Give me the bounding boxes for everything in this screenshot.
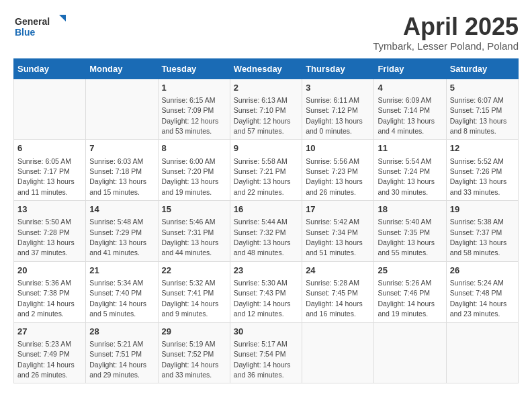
day-info: Sunrise: 5:30 AM Sunset: 7:43 PM Dayligh… xyxy=(234,279,291,318)
day-number: 8 xyxy=(162,142,226,154)
day-info: Sunrise: 5:58 AM Sunset: 7:21 PM Dayligh… xyxy=(234,157,291,196)
calendar-week-3: 13Sunrise: 5:50 AM Sunset: 7:28 PM Dayli… xyxy=(14,201,519,262)
day-number: 11 xyxy=(378,142,442,154)
calendar-cell: 2Sunrise: 6:13 AM Sunset: 7:10 PM Daylig… xyxy=(230,79,302,140)
day-number: 30 xyxy=(234,326,298,338)
day-info: Sunrise: 5:50 AM Sunset: 7:28 PM Dayligh… xyxy=(17,218,75,257)
day-number: 19 xyxy=(450,203,515,216)
column-header-wednesday: Wednesday xyxy=(230,58,302,79)
day-number: 28 xyxy=(89,326,154,338)
calendar-cell: 7Sunrise: 6:03 AM Sunset: 7:18 PM Daylig… xyxy=(86,140,158,201)
day-number: 22 xyxy=(162,265,226,277)
calendar-cell: 21Sunrise: 5:34 AM Sunset: 7:40 PM Dayli… xyxy=(86,261,158,322)
calendar-cell: 12Sunrise: 5:52 AM Sunset: 7:26 PM Dayli… xyxy=(446,140,518,201)
calendar-cell: 8Sunrise: 6:00 AM Sunset: 7:20 PM Daylig… xyxy=(158,140,230,201)
title-area: April 2025 Tymbark, Lesser Poland, Polan… xyxy=(373,13,519,52)
day-number: 6 xyxy=(17,142,82,154)
day-info: Sunrise: 5:48 AM Sunset: 7:29 PM Dayligh… xyxy=(89,218,146,257)
day-info: Sunrise: 5:19 AM Sunset: 7:52 PM Dayligh… xyxy=(162,340,219,379)
day-number: 16 xyxy=(234,203,298,216)
logo: General Blue xyxy=(13,13,67,40)
calendar-cell: 4Sunrise: 6:09 AM Sunset: 7:14 PM Daylig… xyxy=(374,79,446,140)
calendar-cell: 25Sunrise: 5:26 AM Sunset: 7:46 PM Dayli… xyxy=(374,261,446,322)
calendar-cell xyxy=(374,322,446,383)
day-info: Sunrise: 5:46 AM Sunset: 7:31 PM Dayligh… xyxy=(162,218,219,257)
calendar-table: SundayMondayTuesdayWednesdayThursdayFrid… xyxy=(13,58,519,384)
day-number: 7 xyxy=(89,142,154,154)
calendar-cell: 6Sunrise: 6:05 AM Sunset: 7:17 PM Daylig… xyxy=(14,140,86,201)
day-number: 29 xyxy=(162,326,226,338)
svg-text:General: General xyxy=(15,16,50,27)
day-info: Sunrise: 5:52 AM Sunset: 7:26 PM Dayligh… xyxy=(450,157,507,196)
day-info: Sunrise: 6:11 AM Sunset: 7:12 PM Dayligh… xyxy=(306,96,363,135)
calendar-cell: 3Sunrise: 6:11 AM Sunset: 7:12 PM Daylig… xyxy=(302,79,374,140)
calendar-cell: 5Sunrise: 6:07 AM Sunset: 7:15 PM Daylig… xyxy=(446,79,518,140)
calendar-cell xyxy=(302,322,374,383)
column-header-friday: Friday xyxy=(374,58,446,79)
day-info: Sunrise: 5:38 AM Sunset: 7:37 PM Dayligh… xyxy=(450,218,507,257)
calendar-cell xyxy=(86,79,158,140)
day-number: 10 xyxy=(306,142,370,154)
day-info: Sunrise: 6:00 AM Sunset: 7:20 PM Dayligh… xyxy=(162,157,219,196)
day-info: Sunrise: 5:23 AM Sunset: 7:49 PM Dayligh… xyxy=(17,340,75,379)
calendar-cell: 13Sunrise: 5:50 AM Sunset: 7:28 PM Dayli… xyxy=(14,201,86,262)
day-info: Sunrise: 5:54 AM Sunset: 7:24 PM Dayligh… xyxy=(378,157,435,196)
calendar-cell: 19Sunrise: 5:38 AM Sunset: 7:37 PM Dayli… xyxy=(446,201,518,262)
calendar-cell: 24Sunrise: 5:28 AM Sunset: 7:45 PM Dayli… xyxy=(302,261,374,322)
day-number: 26 xyxy=(450,265,515,277)
page-subtitle: Tymbark, Lesser Poland, Poland xyxy=(373,40,519,52)
calendar-cell: 18Sunrise: 5:40 AM Sunset: 7:35 PM Dayli… xyxy=(374,201,446,262)
day-number: 17 xyxy=(306,203,370,216)
day-info: Sunrise: 6:09 AM Sunset: 7:14 PM Dayligh… xyxy=(378,96,435,135)
day-number: 25 xyxy=(378,265,442,277)
day-info: Sunrise: 6:05 AM Sunset: 7:17 PM Dayligh… xyxy=(17,157,75,196)
column-header-monday: Monday xyxy=(86,58,158,79)
page-title: April 2025 xyxy=(373,13,519,40)
calendar-cell: 20Sunrise: 5:36 AM Sunset: 7:38 PM Dayli… xyxy=(14,261,86,322)
column-header-saturday: Saturday xyxy=(446,58,518,79)
calendar-cell: 30Sunrise: 5:17 AM Sunset: 7:54 PM Dayli… xyxy=(230,322,302,383)
day-info: Sunrise: 5:17 AM Sunset: 7:54 PM Dayligh… xyxy=(234,340,291,379)
calendar-header-row: SundayMondayTuesdayWednesdayThursdayFrid… xyxy=(14,58,519,79)
day-number: 2 xyxy=(234,82,298,94)
day-info: Sunrise: 5:32 AM Sunset: 7:41 PM Dayligh… xyxy=(162,279,219,318)
day-info: Sunrise: 5:56 AM Sunset: 7:23 PM Dayligh… xyxy=(306,157,363,196)
day-number: 14 xyxy=(89,203,154,216)
calendar-cell: 15Sunrise: 5:46 AM Sunset: 7:31 PM Dayli… xyxy=(158,201,230,262)
column-header-tuesday: Tuesday xyxy=(158,58,230,79)
column-header-sunday: Sunday xyxy=(14,58,86,79)
calendar-week-2: 6Sunrise: 6:05 AM Sunset: 7:17 PM Daylig… xyxy=(14,140,519,201)
day-number: 23 xyxy=(234,265,298,277)
calendar-cell: 27Sunrise: 5:23 AM Sunset: 7:49 PM Dayli… xyxy=(14,322,86,383)
day-number: 13 xyxy=(17,203,82,216)
day-info: Sunrise: 6:07 AM Sunset: 7:15 PM Dayligh… xyxy=(450,96,507,135)
day-info: Sunrise: 5:28 AM Sunset: 7:45 PM Dayligh… xyxy=(306,279,363,318)
calendar-cell: 16Sunrise: 5:44 AM Sunset: 7:32 PM Dayli… xyxy=(230,201,302,262)
day-info: Sunrise: 5:34 AM Sunset: 7:40 PM Dayligh… xyxy=(89,279,146,318)
page-header: General Blue April 2025 Tymbark, Lesser … xyxy=(13,13,519,52)
day-info: Sunrise: 6:03 AM Sunset: 7:18 PM Dayligh… xyxy=(89,157,146,196)
calendar-cell: 28Sunrise: 5:21 AM Sunset: 7:51 PM Dayli… xyxy=(86,322,158,383)
day-number: 24 xyxy=(306,265,370,277)
day-number: 15 xyxy=(162,203,226,216)
day-info: Sunrise: 5:26 AM Sunset: 7:46 PM Dayligh… xyxy=(378,279,435,318)
day-number: 5 xyxy=(450,82,515,94)
calendar-cell xyxy=(14,79,86,140)
calendar-cell: 11Sunrise: 5:54 AM Sunset: 7:24 PM Dayli… xyxy=(374,140,446,201)
calendar-week-4: 20Sunrise: 5:36 AM Sunset: 7:38 PM Dayli… xyxy=(14,261,519,322)
day-info: Sunrise: 5:21 AM Sunset: 7:51 PM Dayligh… xyxy=(89,340,146,379)
calendar-cell xyxy=(446,322,518,383)
calendar-cell: 9Sunrise: 5:58 AM Sunset: 7:21 PM Daylig… xyxy=(230,140,302,201)
day-number: 1 xyxy=(162,82,226,94)
calendar-cell: 17Sunrise: 5:42 AM Sunset: 7:34 PM Dayli… xyxy=(302,201,374,262)
day-number: 12 xyxy=(450,142,515,154)
svg-text:Blue: Blue xyxy=(15,27,36,38)
day-info: Sunrise: 6:13 AM Sunset: 7:10 PM Dayligh… xyxy=(234,96,291,135)
calendar-cell: 1Sunrise: 6:15 AM Sunset: 7:09 PM Daylig… xyxy=(158,79,230,140)
calendar-cell: 22Sunrise: 5:32 AM Sunset: 7:41 PM Dayli… xyxy=(158,261,230,322)
day-info: Sunrise: 5:40 AM Sunset: 7:35 PM Dayligh… xyxy=(378,218,435,257)
day-number: 3 xyxy=(306,82,370,94)
day-info: Sunrise: 5:44 AM Sunset: 7:32 PM Dayligh… xyxy=(234,218,291,257)
day-number: 20 xyxy=(17,265,82,277)
day-info: Sunrise: 5:42 AM Sunset: 7:34 PM Dayligh… xyxy=(306,218,363,257)
